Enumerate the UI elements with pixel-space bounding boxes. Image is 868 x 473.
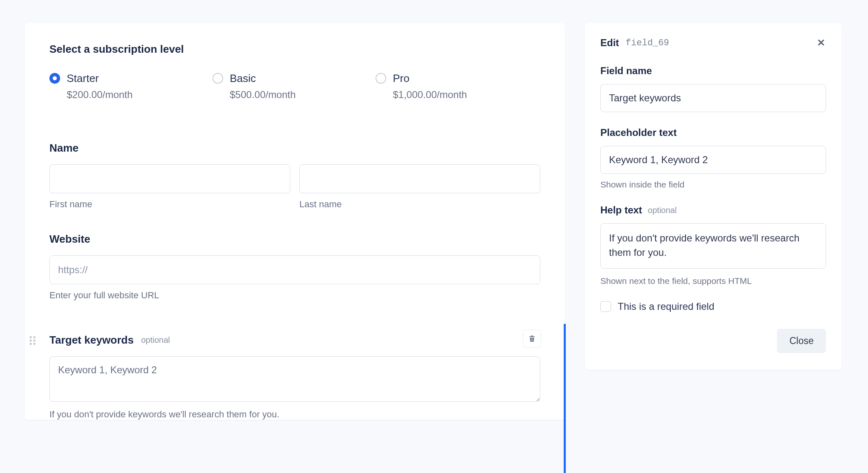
first-name-sublabel: First name: [49, 199, 290, 210]
help-text-input[interactable]: [600, 223, 826, 269]
help-text-help: Shown next to the field, supports HTML: [600, 276, 826, 286]
keywords-label: Target keywords: [49, 334, 134, 347]
plan-name: Pro: [393, 72, 467, 85]
delete-field-button[interactable]: [523, 330, 541, 348]
plan-price: $200.00/month: [67, 89, 133, 101]
last-name-sublabel: Last name: [299, 199, 540, 210]
radio-pro[interactable]: [376, 73, 386, 84]
optional-badge: optional: [648, 206, 677, 215]
field-name-label: Field name: [600, 65, 826, 77]
plan-name: Basic: [230, 72, 296, 85]
required-checkbox[interactable]: [600, 301, 611, 312]
keywords-field-group[interactable]: Target keywords optional If you don't pr…: [25, 324, 565, 420]
plan-name: Starter: [67, 72, 133, 85]
radio-starter[interactable]: [49, 73, 60, 84]
website-input[interactable]: [49, 255, 540, 284]
trash-icon: [528, 334, 536, 343]
placeholder-input[interactable]: [600, 146, 826, 174]
website-field-group: Website Enter your full website URL: [49, 233, 540, 301]
name-field-group: Name First name Last name: [49, 142, 540, 210]
required-label: This is a required field: [618, 301, 714, 312]
radio-basic[interactable]: [212, 73, 223, 84]
plan-price: $500.00/month: [230, 89, 296, 101]
placeholder-help: Shown inside the field: [600, 180, 826, 190]
subscription-title: Select a subscription level: [49, 43, 540, 56]
field-id: field_69: [625, 38, 669, 48]
drag-handle-icon[interactable]: [30, 336, 38, 344]
website-label: Website: [49, 233, 540, 246]
placeholder-label: Placeholder text: [600, 127, 826, 138]
optional-badge: optional: [141, 335, 170, 345]
subscription-plans: Starter $200.00/month Basic $500.00/mont…: [49, 72, 540, 101]
last-name-input[interactable]: [299, 164, 540, 193]
plan-basic[interactable]: Basic $500.00/month: [212, 72, 376, 101]
plan-pro[interactable]: Pro $1,000.00/month: [376, 72, 539, 101]
name-label: Name: [49, 142, 540, 155]
field-name-input[interactable]: [600, 84, 826, 112]
keywords-textarea[interactable]: [49, 356, 540, 402]
keywords-help: If you don't provide keywords we'll rese…: [49, 409, 540, 420]
plan-starter[interactable]: Starter $200.00/month: [49, 72, 212, 101]
close-icon[interactable]: ✕: [816, 38, 826, 48]
plan-price: $1,000.00/month: [393, 89, 467, 101]
help-text-label: Help text: [600, 204, 642, 216]
close-button[interactable]: Close: [777, 329, 826, 353]
website-help: Enter your full website URL: [49, 290, 540, 301]
edit-field-panel: Edit field_69 ✕ Field name Placeholder t…: [585, 23, 842, 370]
first-name-input[interactable]: [49, 164, 290, 193]
edit-label: Edit: [600, 37, 619, 49]
form-preview-card: Select a subscription level Starter $200…: [25, 23, 565, 420]
